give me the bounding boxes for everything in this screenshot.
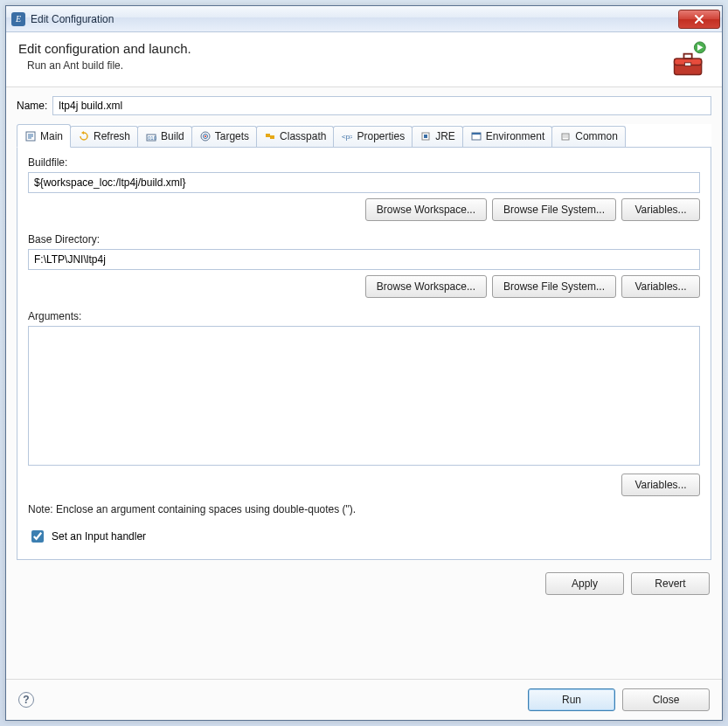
input-handler-row: Set an Input handler [28, 528, 700, 545]
tab-label: Classpath [280, 130, 326, 142]
tab-build[interactable]: 010 Build [137, 126, 192, 147]
arguments-variables-button[interactable]: Variables... [621, 474, 700, 496]
tab-common[interactable]: Common [551, 126, 626, 147]
tab-environment[interactable]: Environment [462, 126, 552, 147]
arguments-label: Arguments: [28, 310, 700, 322]
header: Edit configuration and launch. Run an An… [6, 32, 722, 87]
buildfile-input[interactable] [28, 172, 700, 193]
arguments-textarea[interactable] [28, 326, 700, 466]
basedir-label: Base Directory: [28, 233, 700, 245]
main-tab-icon [24, 130, 37, 142]
dialog-window: E Edit Configuration Edit configuration … [5, 5, 723, 721]
svg-rect-12 [270, 135, 274, 139]
main-panel: Buildfile: Browse Workspace... Browse Fi… [17, 148, 711, 560]
buildfile-variables-button[interactable]: Variables... [621, 198, 700, 221]
basedir-input[interactable] [28, 249, 700, 270]
buildfile-buttons: Browse Workspace... Browse File System..… [28, 198, 700, 221]
run-button[interactable]: Run [528, 688, 615, 711]
arguments-note: Note: Enclose an argument containing spa… [28, 503, 700, 515]
tab-label: JRE [435, 130, 455, 142]
tab-label: Refresh [94, 130, 130, 142]
footer: ? Run Close [6, 679, 722, 720]
targets-icon [199, 130, 211, 142]
header-subtitle: Run an Ant build file. [27, 59, 668, 72]
tab-label: Properties [357, 130, 405, 142]
basedir-buttons: Browse Workspace... Browse File System..… [28, 275, 700, 298]
svg-point-10 [205, 135, 206, 137]
content-area: Name: Main Refresh 010 Build Targets [6, 87, 722, 679]
build-icon: 010 [145, 130, 157, 142]
help-button[interactable]: ? [18, 692, 34, 708]
tab-label: Common [575, 130, 618, 142]
input-handler-label: Set an Input handler [52, 530, 146, 543]
window-close-button[interactable] [678, 10, 720, 29]
svg-text:010: 010 [148, 135, 156, 141]
name-row: Name: [17, 96, 711, 115]
properties-icon: <p> [341, 130, 353, 142]
common-icon [559, 130, 572, 142]
toolbox-run-icon [669, 41, 708, 80]
tab-jre[interactable]: JRE [412, 126, 463, 147]
name-label: Name: [17, 100, 47, 112]
tab-main[interactable]: Main [17, 124, 71, 148]
tab-refresh[interactable]: Refresh [70, 126, 138, 147]
refresh-icon [78, 130, 90, 142]
svg-rect-3 [684, 54, 692, 59]
buildfile-browse-filesystem-button[interactable]: Browse File System... [492, 198, 616, 221]
tab-label: Targets [215, 130, 249, 142]
tab-bar: Main Refresh 010 Build Targets Classpath… [17, 124, 711, 148]
svg-rect-4 [684, 63, 690, 66]
app-icon: E [11, 12, 25, 26]
window-title: Edit Configuration [31, 13, 678, 25]
arguments-group: Arguments: Variables... Note: Enclose an… [28, 310, 700, 515]
buildfile-label: Buildfile: [28, 156, 700, 169]
basedir-group: Base Directory: Browse Workspace... Brow… [28, 233, 700, 298]
svg-rect-11 [266, 134, 270, 137]
tab-label: Main [40, 130, 63, 142]
tab-targets[interactable]: Targets [191, 126, 257, 147]
svg-text:<p>: <p> [342, 133, 352, 141]
header-title: Edit configuration and launch. [18, 41, 668, 56]
header-icon [668, 41, 710, 80]
tab-label: Environment [486, 130, 544, 142]
tab-properties[interactable]: <p> Properties [333, 126, 413, 147]
jre-icon [419, 130, 432, 142]
basedir-variables-button[interactable]: Variables... [621, 275, 700, 298]
header-text: Edit configuration and launch. Run an An… [18, 41, 668, 80]
tab-label: Build [161, 130, 184, 142]
close-icon [694, 14, 704, 24]
close-button[interactable]: Close [622, 688, 710, 711]
apply-button[interactable]: Apply [545, 572, 624, 595]
name-input[interactable] [52, 96, 711, 115]
classpath-icon [264, 130, 276, 142]
tab-classpath[interactable]: Classpath [256, 126, 334, 147]
basedir-browse-workspace-button[interactable]: Browse Workspace... [365, 275, 487, 298]
input-handler-checkbox[interactable] [31, 530, 44, 543]
buildfile-group: Buildfile: Browse Workspace... Browse Fi… [28, 156, 700, 221]
buildfile-browse-workspace-button[interactable]: Browse Workspace... [365, 198, 487, 221]
environment-icon [470, 130, 482, 142]
footer-buttons: Run Close [528, 688, 710, 711]
svg-rect-17 [472, 133, 481, 135]
titlebar: E Edit Configuration [6, 6, 722, 32]
apply-revert-row: Apply Revert [17, 572, 711, 595]
revert-button[interactable]: Revert [631, 572, 710, 595]
arguments-buttons: Variables... [28, 474, 700, 496]
svg-rect-15 [424, 135, 427, 138]
basedir-browse-filesystem-button[interactable]: Browse File System... [492, 275, 616, 298]
